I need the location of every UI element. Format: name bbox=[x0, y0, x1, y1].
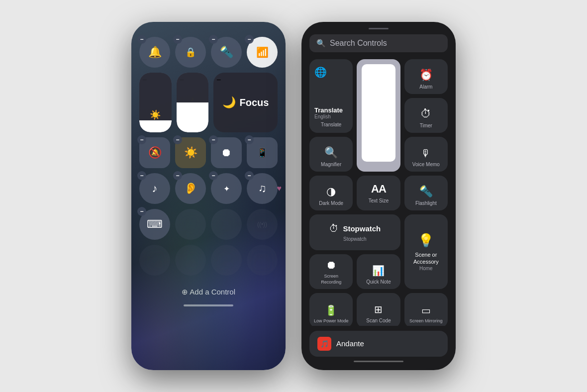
focus-control[interactable]: − 🌙 Focus bbox=[213, 73, 278, 132]
torch-control[interactable]: − 🔦 bbox=[211, 37, 242, 68]
hearing-control[interactable]: − 👂 bbox=[175, 173, 206, 204]
scene-label: Scene or Accessory bbox=[409, 251, 443, 266]
remove-torch[interactable]: − bbox=[209, 35, 218, 44]
stopwatch-label: Stopwatch bbox=[343, 236, 367, 242]
small-controls-row: − ♪ − 👂 − ✦ − ♫ ♥ bbox=[139, 173, 278, 204]
remote-control[interactable]: − 📱 bbox=[247, 137, 278, 168]
wifi-slot: ((•)) bbox=[247, 209, 278, 240]
magnifier-control[interactable]: 🔍 Magnifier bbox=[309, 137, 353, 172]
lock-rotation-control[interactable]: − 🔒 bbox=[175, 37, 206, 68]
andante-icon-char: 🎵 bbox=[320, 340, 329, 348]
shazam-control[interactable]: − ♪ bbox=[139, 173, 170, 204]
text-size-icon: AA bbox=[371, 183, 386, 196]
shazam-icon: ♪ bbox=[152, 182, 158, 195]
remove-music[interactable]: − bbox=[245, 171, 254, 180]
remote-icon: 📱 bbox=[257, 147, 268, 158]
screen-recording-icon: ⏺ bbox=[326, 259, 337, 272]
lock-icon: 🔒 bbox=[185, 47, 196, 58]
bottom-controls-row: − ⌨ ((•)) bbox=[139, 209, 278, 240]
screen-mirror-control[interactable]: ▭ Screen Mirroring bbox=[404, 293, 448, 325]
voice-memo-label: Voice Memo bbox=[412, 161, 440, 168]
controls-grid: 🌐 Translate English Translate ⏰ Alarm ⏱ … bbox=[309, 59, 448, 325]
screen-mirror-label: Screen Mirroring bbox=[409, 318, 443, 324]
stopwatch-icon: ⏱ bbox=[329, 223, 339, 234]
scan-code-label: Scan Code bbox=[366, 317, 391, 324]
music-icon: ♫ bbox=[258, 182, 267, 195]
music-control[interactable]: − ♫ bbox=[247, 173, 278, 204]
translate-icon: 🌐 bbox=[314, 64, 348, 78]
record-icon: ⏺ bbox=[221, 146, 232, 159]
remove-shazam[interactable]: − bbox=[137, 171, 146, 180]
remove-hearing[interactable]: − bbox=[173, 171, 182, 180]
sun-control[interactable]: − ☀️ bbox=[175, 137, 206, 168]
sun-icon: ☀️ bbox=[184, 146, 197, 159]
volume-control[interactable]: − ♪ bbox=[177, 73, 209, 132]
middle-controls-row: − ☀️ − ♪ − 🌙 Focus bbox=[139, 73, 278, 132]
mute-control[interactable]: − 🔕 bbox=[139, 137, 170, 168]
quick-note-control[interactable]: 📊 Quick Note bbox=[357, 254, 400, 289]
remove-mute[interactable]: − bbox=[137, 135, 146, 144]
dark-mode-icon: ◑ bbox=[326, 185, 336, 198]
heart-icon: ♥ bbox=[277, 184, 282, 193]
remove-sun[interactable]: − bbox=[173, 135, 182, 144]
search-bar[interactable]: 🔍 Search Controls bbox=[309, 34, 448, 52]
remove-calculator[interactable]: − bbox=[137, 207, 146, 216]
brightness-control[interactable]: − ☀️ bbox=[139, 73, 172, 132]
wifi-icon: 📶 bbox=[256, 46, 269, 58]
remove-remote[interactable]: − bbox=[245, 135, 254, 144]
screen-mirror-icon: ▭ bbox=[421, 304, 431, 316]
translate-label: Translate bbox=[314, 121, 348, 128]
translate-title: Translate bbox=[314, 106, 348, 114]
translate-control[interactable]: 🌐 Translate English Translate bbox=[309, 59, 353, 133]
remove-bell[interactable]: − bbox=[137, 35, 146, 44]
alarm-control[interactable]: ⏰ Alarm bbox=[404, 59, 448, 94]
quick-note-label: Quick Note bbox=[366, 279, 391, 285]
text-size-control[interactable]: AA Text Size bbox=[357, 176, 400, 210]
shortcuts-icon: ✦ bbox=[223, 184, 230, 194]
phone-left: − 🔔 − 🔒 − 🔦 − 📶 − bbox=[131, 22, 286, 370]
scan-code-control[interactable]: ⊞ Scan Code bbox=[357, 293, 400, 325]
remove-shortcuts[interactable]: − bbox=[209, 171, 218, 180]
timer-icon: ⏱ bbox=[420, 107, 431, 120]
remove-focus[interactable]: − bbox=[216, 76, 221, 85]
voice-memo-control[interactable]: 🎙 Voice Memo bbox=[404, 137, 448, 172]
home-indicator-left bbox=[184, 304, 233, 306]
shortcuts-control[interactable]: − ✦ bbox=[211, 173, 242, 204]
timer-control[interactable]: ⏱ Timer bbox=[404, 98, 448, 133]
timer-label: Timer bbox=[420, 122, 432, 129]
quick-note-icon: 📊 bbox=[372, 265, 385, 277]
empty-slot-2 bbox=[211, 209, 242, 240]
home-indicator-right bbox=[354, 361, 403, 362]
dark-mode-control[interactable]: ◑ Dark Mode bbox=[309, 176, 353, 210]
calculator-control[interactable]: − ⌨ bbox=[139, 209, 170, 240]
calculator-icon: ⌨ bbox=[147, 218, 163, 231]
alarm-icon: ⏰ bbox=[419, 69, 433, 82]
hearing-icon: 👂 bbox=[184, 182, 197, 195]
low-power-icon: 🔋 bbox=[325, 304, 337, 316]
andante-bar[interactable]: 🎵 Andante bbox=[309, 331, 448, 357]
stopwatch-inner: ⏱ Stopwatch bbox=[329, 223, 381, 234]
screen-recording-control[interactable]: ⏺ Screen Recording bbox=[309, 254, 353, 289]
flashlight-control[interactable]: 🔦 Flashlight bbox=[404, 176, 448, 210]
wifi-control[interactable]: − 📶 bbox=[247, 37, 278, 68]
stopwatch-title: Stopwatch bbox=[343, 224, 381, 233]
mute-icon: 🔕 bbox=[148, 146, 162, 159]
add-control-button[interactable]: ⊕ Add a Control bbox=[139, 288, 278, 296]
andante-label: Andante bbox=[336, 339, 364, 348]
remove-lock[interactable]: − bbox=[173, 35, 182, 44]
search-input[interactable]: Search Controls bbox=[330, 39, 387, 48]
brightness-slider-control[interactable] bbox=[357, 59, 400, 172]
scene-sublabel: Home bbox=[419, 266, 433, 271]
dark-mode-label: Dark Mode bbox=[319, 200, 343, 206]
bell-control[interactable]: − 🔔 bbox=[139, 37, 170, 68]
signal-icon: ((•)) bbox=[257, 221, 267, 228]
remove-wifi[interactable]: − bbox=[245, 35, 254, 44]
stopwatch-control[interactable]: ⏱ Stopwatch Stopwatch bbox=[309, 214, 400, 250]
scene-control[interactable]: 💡 Scene or Accessory Home bbox=[404, 214, 448, 289]
translate-sublabel: English bbox=[314, 114, 348, 119]
drag-handle bbox=[369, 28, 389, 29]
record-control[interactable]: − ⏺ bbox=[211, 137, 242, 168]
main-container: − 🔔 − 🔒 − 🔦 − 📶 − bbox=[131, 22, 456, 370]
remove-record[interactable]: − bbox=[209, 135, 218, 144]
low-power-control[interactable]: 🔋 Low Power Mode bbox=[309, 293, 353, 325]
